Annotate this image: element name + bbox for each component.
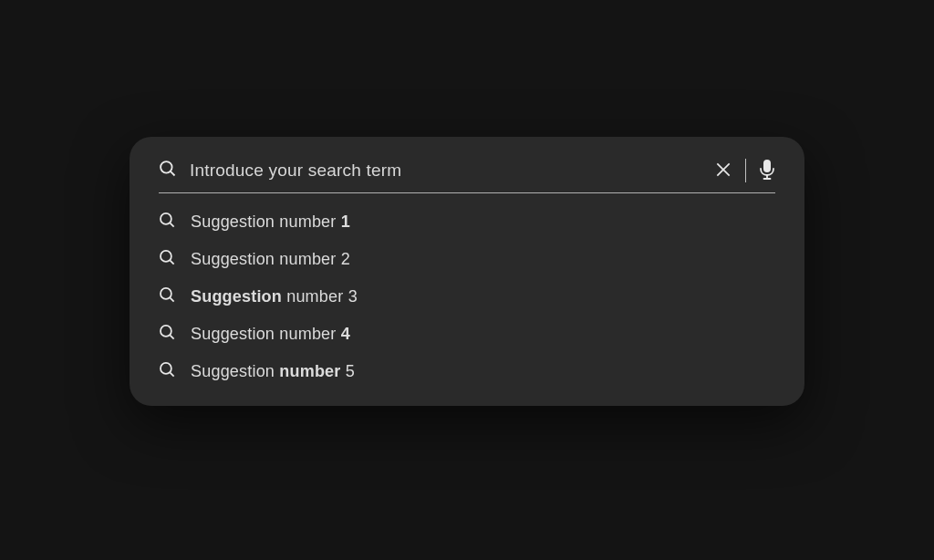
svg-line-10 bbox=[170, 260, 173, 264]
svg-rect-4 bbox=[763, 160, 771, 172]
svg-line-14 bbox=[170, 335, 173, 338]
svg-line-1 bbox=[171, 171, 175, 176]
svg-point-15 bbox=[161, 362, 171, 373]
svg-line-8 bbox=[170, 223, 173, 226]
close-icon bbox=[714, 161, 732, 181]
suggestion-item[interactable]: Suggestion number 5 bbox=[159, 359, 775, 384]
divider bbox=[745, 159, 746, 182]
suggestion-item[interactable]: Suggestion number 3 bbox=[159, 285, 775, 309]
suggestion-item[interactable]: Suggestion number 4 bbox=[159, 322, 775, 347]
search-icon bbox=[159, 361, 176, 382]
suggestion-text: Suggestion number 3 bbox=[191, 287, 358, 306]
suggestion-text: Suggestion number 2 bbox=[191, 250, 350, 269]
search-icon bbox=[159, 286, 176, 307]
svg-point-0 bbox=[161, 161, 172, 173]
search-actions bbox=[714, 159, 775, 183]
search-icon bbox=[159, 212, 176, 233]
search-icon bbox=[159, 324, 176, 345]
search-bar bbox=[159, 159, 775, 193]
suggestions-list: Suggestion number 1Suggestion number 2Su… bbox=[159, 210, 775, 384]
svg-point-7 bbox=[161, 213, 171, 223]
clear-button[interactable] bbox=[714, 161, 732, 181]
suggestion-item[interactable]: Suggestion number 1 bbox=[159, 210, 775, 234]
search-icon bbox=[159, 249, 176, 270]
svg-point-9 bbox=[161, 250, 171, 261]
suggestion-text: Suggestion number 1 bbox=[191, 213, 350, 232]
suggestion-text: Suggestion number 5 bbox=[191, 362, 355, 381]
search-panel: Suggestion number 1Suggestion number 2Su… bbox=[130, 137, 804, 406]
svg-line-12 bbox=[170, 297, 173, 301]
microphone-icon bbox=[759, 159, 775, 183]
suggestion-item[interactable]: Suggestion number 2 bbox=[159, 247, 775, 272]
suggestion-text: Suggestion number 4 bbox=[191, 325, 350, 344]
svg-line-16 bbox=[170, 372, 173, 376]
voice-search-button[interactable] bbox=[759, 159, 775, 183]
svg-point-13 bbox=[161, 325, 171, 336]
svg-point-11 bbox=[161, 287, 171, 298]
search-input[interactable] bbox=[190, 161, 701, 181]
search-icon bbox=[159, 160, 177, 181]
